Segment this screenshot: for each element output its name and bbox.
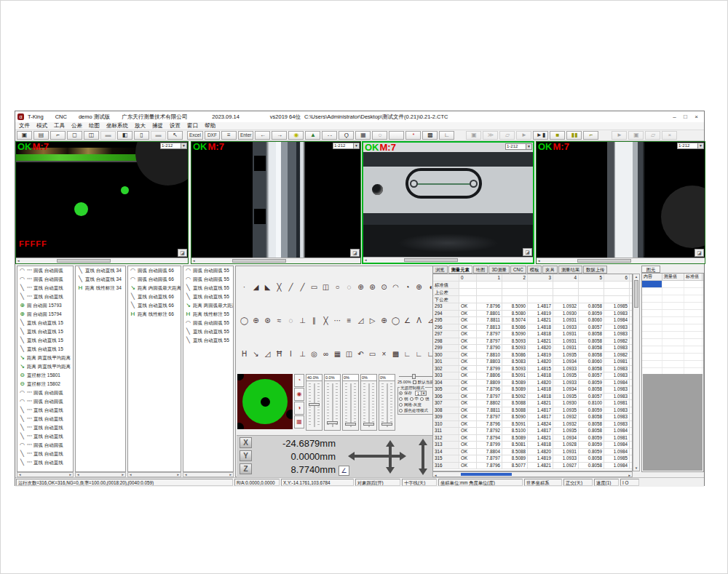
- list-item[interactable]: ↘距离 两直线平均距离: [17, 362, 73, 371]
- measure-tool-icon[interactable]: Λ: [414, 316, 424, 327]
- tab-测量元素[interactable]: 测量元素: [448, 266, 472, 274]
- open-icon[interactable]: ▱: [499, 131, 515, 140]
- measure-tool-icon[interactable]: ◿: [262, 349, 273, 360]
- measure-tool-icon[interactable]: Η: [239, 349, 250, 360]
- menu-item[interactable]: 捕捉: [152, 122, 163, 129]
- report-icon[interactable]: ▤: [33, 131, 49, 140]
- measure-tool-icon[interactable]: ≡: [344, 316, 355, 327]
- table-row[interactable]: 311OK7.87928.51001.48171.09350.80581.098…: [433, 428, 632, 435]
- grid-vertical-scrollbar[interactable]: ▲▼: [633, 274, 640, 471]
- lasso-icon[interactable]: ◌: [372, 131, 387, 140]
- pattern-icon[interactable]: ▦: [355, 131, 371, 140]
- magnifier-icon[interactable]: Ϙ: [339, 131, 354, 140]
- measure-tool-icon[interactable]: ≈: [274, 316, 285, 327]
- measure-tool-icon[interactable]: ◎: [309, 349, 320, 360]
- measure-tool-icon[interactable]: ◌: [285, 316, 296, 327]
- measure-tool-icon[interactable]: ◢: [250, 282, 261, 293]
- run-icon[interactable]: ►: [612, 131, 627, 140]
- slider-thumb[interactable]: [363, 423, 374, 426]
- y-axis-button[interactable]: Y: [240, 450, 252, 461]
- measure-tool-icon[interactable]: ∞: [320, 349, 331, 360]
- slider-thumb[interactable]: [345, 423, 356, 426]
- arrow-right-icon[interactable]: →: [272, 131, 287, 140]
- camera-scroll-thumb[interactable]: [404, 258, 458, 262]
- pause-icon[interactable]: ▮▮: [566, 131, 582, 140]
- list-item[interactable]: ╲***直线 自动直线: [17, 423, 73, 432]
- cup-icon[interactable]: ◧: [117, 131, 132, 140]
- diagonal-move-button[interactable]: ∠: [339, 466, 349, 476]
- qr-icon[interactable]: ▩: [422, 131, 438, 140]
- ring-segment-button[interactable]: ▦: [294, 415, 304, 428]
- light-channel-slider[interactable]: 0%: [379, 374, 395, 431]
- save2-icon[interactable]: ▣: [628, 131, 644, 140]
- results-grid[interactable]: 0123456标准值上公差下公差293OK7.87968.50901.48171…: [432, 274, 633, 471]
- list-item[interactable]: ╲***直线 自动直线: [17, 292, 73, 301]
- measure-tool-icon[interactable]: ⊛: [367, 282, 378, 293]
- table-row[interactable]: 300OK7.88108.50861.48191.09350.80581.098…: [433, 352, 632, 359]
- save-index-select[interactable]: 1 ▼: [415, 391, 427, 396]
- open2-icon[interactable]: ▱: [645, 131, 660, 140]
- level-radio[interactable]: [399, 397, 403, 401]
- image-icon[interactable]: ▲: [305, 131, 320, 140]
- measure-tool-icon[interactable]: ⋯: [332, 316, 343, 327]
- list-column-scrollbar[interactable]: ◄►: [75, 472, 126, 477]
- arrow-left-icon[interactable]: ←: [255, 131, 270, 140]
- tab-模板[interactable]: 模板: [527, 266, 542, 274]
- star-icon[interactable]: *: [405, 131, 421, 140]
- menu-item[interactable]: 窗口: [187, 122, 198, 129]
- list-item[interactable]: ↘距离 两直线平均距离: [17, 354, 73, 362]
- light-channel-slider[interactable]: 0%: [360, 374, 377, 431]
- list-item[interactable]: ╲直线 自动直线 55: [183, 292, 233, 301]
- menu-item[interactable]: 公差: [71, 122, 82, 129]
- camera-range-dropdown[interactable]: 1-212▼: [505, 143, 532, 150]
- measure-tool-icon[interactable]: ▷: [367, 316, 378, 327]
- element-row[interactable]: [642, 346, 703, 354]
- measure-tool-icon[interactable]: ⊕: [414, 282, 424, 293]
- list-item[interactable]: ╲直线 自动直线 15: [17, 345, 73, 354]
- table-row[interactable]: 304OK7.88098.50891.48201.09330.80591.098…: [433, 380, 632, 387]
- list-item[interactable]: ◠***圆弧 自动圆弧: [17, 441, 73, 450]
- list-item[interactable]: Η距离 线性标注 66: [128, 310, 181, 319]
- measure-tool-icon[interactable]: ↘: [250, 349, 261, 360]
- list-item[interactable]: ◠圆弧 自动圆弧 66: [128, 266, 181, 275]
- ring-segment-button[interactable]: ◑: [294, 402, 304, 415]
- slider-thumb[interactable]: [381, 423, 392, 426]
- save-radio[interactable]: [399, 391, 403, 395]
- list-item[interactable]: ◠圆弧 自动圆弧 55: [183, 266, 233, 275]
- table-row[interactable]: 下公差: [433, 296, 632, 303]
- menu-item[interactable]: 坐标系统: [106, 122, 128, 129]
- table-row[interactable]: 309OK7.87978.50901.48171.09320.80581.098…: [433, 414, 632, 421]
- table-row[interactable]: 307OK7.88028.50881.48211.09300.81001.098…: [433, 400, 632, 407]
- measure-tool-icon[interactable]: Ħ: [274, 349, 285, 360]
- measure-tool-icon[interactable]: ◌: [344, 282, 355, 293]
- list-item[interactable]: ╲直线 自动直线 15: [17, 336, 73, 345]
- list-item[interactable]: ◠***圆弧 自动圆弧: [17, 388, 73, 397]
- camera-scrollbar[interactable]: ◄: [537, 258, 705, 263]
- measure-tool-icon[interactable]: ⊥: [297, 316, 308, 327]
- list-item[interactable]: ╲***直线 自动直线: [17, 406, 73, 415]
- list-item[interactable]: ╲***直线 自动直线: [17, 458, 73, 467]
- measure-tool-icon[interactable]: ▦: [332, 349, 343, 360]
- camera-panel-4[interactable]: OKM:71-212▼◄◪: [536, 141, 705, 264]
- tab-夹具[interactable]: 夹具: [542, 266, 558, 274]
- option-radio[interactable]: [399, 403, 403, 407]
- element-list-column-2[interactable]: ╲直线 自动直线 34╲直线 自动直线 34Η距离 线性标注 34: [75, 266, 126, 472]
- probe-icon[interactable]: ◻: [67, 131, 82, 140]
- menu-item[interactable]: 放大: [135, 122, 146, 129]
- stop-icon[interactable]: ■: [550, 131, 565, 140]
- measure-tool-icon[interactable]: ∥: [309, 316, 320, 327]
- ring-segment-button[interactable]: ◔: [294, 374, 304, 387]
- camera-range-dropdown[interactable]: 1-212▼: [677, 143, 704, 149]
- list-item[interactable]: ╲直线 自动直线 55: [183, 327, 233, 336]
- measure-tool-icon[interactable]: ∠: [402, 316, 413, 327]
- tab-3D测量[interactable]: 3D测量: [488, 266, 510, 274]
- list-item[interactable]: ◠圆弧 自动圆弧 55: [183, 275, 233, 284]
- list-item[interactable]: ◠***圆弧 自动圆弧: [17, 275, 73, 284]
- table-row[interactable]: 294OK7.88018.50801.48191.09300.80591.098…: [433, 311, 632, 318]
- menu-item[interactable]: 模式: [36, 122, 47, 129]
- list-item[interactable]: ╲***直线 自动直线: [17, 450, 73, 458]
- measure-tool-icon[interactable]: ◫: [344, 349, 355, 360]
- blank-button[interactable]: [389, 131, 404, 140]
- measure-tool-icon[interactable]: ╳: [320, 316, 331, 327]
- element-row[interactable]: [642, 317, 703, 324]
